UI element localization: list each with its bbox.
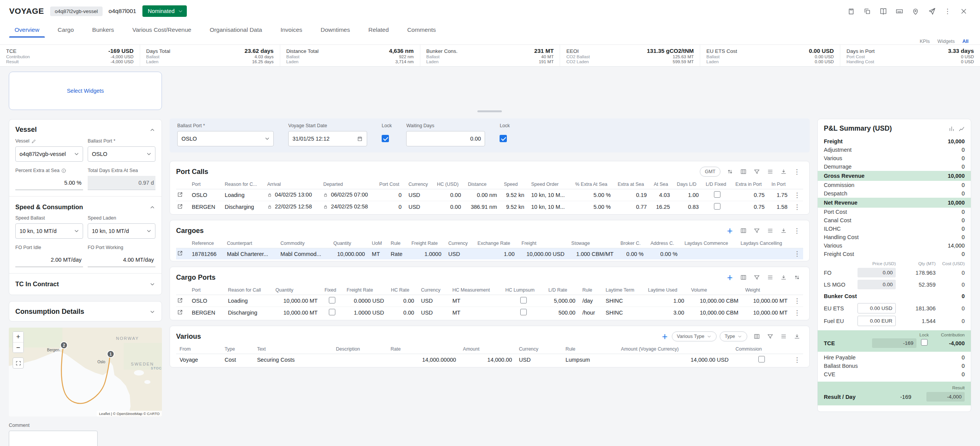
add-cargo-icon[interactable]: + (724, 225, 736, 236)
sort-icon[interactable] (724, 166, 736, 177)
open-row-icon[interactable] (177, 192, 183, 198)
fixed-checkbox[interactable] (329, 297, 335, 303)
speed-ballast-select[interactable]: 10 kn, 10 MT/d (15, 223, 83, 239)
fuel-eu-price-input[interactable]: 0.00 EUR (858, 316, 896, 326)
map-marker-2[interactable]: 2 (60, 342, 67, 349)
columns-icon[interactable] (737, 225, 750, 236)
clipboard-icon[interactable] (844, 4, 858, 18)
speed-laden-select[interactable]: 10 kn, 10 MT/d (88, 223, 155, 239)
waiting-days-input[interactable]: 0.00 (406, 131, 485, 146)
download-icon[interactable] (777, 166, 790, 177)
link-kpis[interactable]: KPIs (920, 39, 929, 44)
row-menu-icon[interactable]: ⋮ (794, 192, 800, 199)
filter-icon[interactable] (764, 331, 776, 342)
tc-in-contract-header[interactable]: TC In Contract (15, 280, 155, 289)
menu-icon[interactable] (764, 225, 776, 236)
tab-overview[interactable]: Overview (5, 22, 49, 38)
fixed-checkbox[interactable] (329, 309, 335, 315)
tab-comments[interactable]: Comments (398, 22, 445, 38)
tab-related[interactable]: Related (359, 22, 398, 38)
row-menu-icon[interactable]: ⋮ (794, 356, 800, 364)
menu-icon[interactable] (764, 166, 776, 177)
resize-handle[interactable] (477, 110, 502, 112)
gmt-toggle[interactable]: GMT (700, 167, 720, 177)
hc-lumpsum-checkbox[interactable] (520, 309, 527, 315)
open-row-icon[interactable] (177, 309, 183, 315)
various-type-filter[interactable]: Various Type (672, 331, 717, 341)
download-icon[interactable] (777, 225, 790, 236)
bar-chart-icon[interactable] (949, 126, 955, 132)
row-menu-icon[interactable]: ⋮ (794, 203, 800, 211)
vessel-section-header[interactable]: Vessel (15, 125, 155, 138)
speed-section-header[interactable]: Speed & Consumption (15, 203, 155, 215)
add-cargo-port-icon[interactable]: + (724, 272, 736, 283)
fullscreen-button[interactable] (13, 357, 24, 369)
tab-cargo[interactable]: Cargo (49, 22, 83, 38)
tab-downtimes[interactable]: Downtimes (312, 22, 359, 38)
vessel-select[interactable]: o4q87l2vgb-vessel (15, 146, 83, 162)
ballast-port-select[interactable]: OSLO (88, 146, 155, 162)
tab-invoices[interactable]: Invoices (271, 22, 312, 38)
start-date-lock-checkbox[interactable] (382, 135, 389, 142)
waiting-days-lock-checkbox[interactable] (500, 135, 507, 142)
form-ballast-port-select[interactable]: OSLO (177, 131, 274, 146)
row-menu-icon[interactable]: ⋮ (794, 309, 800, 316)
tce-input[interactable]: -169 (872, 338, 916, 348)
send-icon[interactable] (924, 4, 939, 18)
add-various-icon[interactable]: + (658, 331, 671, 342)
close-icon[interactable] (956, 4, 971, 18)
status-dropdown[interactable]: Nominated (142, 5, 187, 17)
commission-checkbox[interactable] (758, 356, 765, 362)
row-menu-icon[interactable]: ⋮ (794, 250, 800, 257)
open-row-icon[interactable] (177, 203, 183, 210)
book-icon[interactable] (876, 4, 890, 18)
consumption-details-header[interactable]: Consumption Details (15, 307, 155, 319)
fo-port-working-input[interactable]: 4.00 MT/day (88, 253, 155, 267)
columns-icon[interactable] (737, 166, 750, 177)
reorder-icon[interactable] (791, 272, 803, 283)
download-icon[interactable] (777, 272, 790, 283)
select-widgets-link[interactable]: Select Widgets (67, 88, 104, 94)
open-row-icon[interactable] (177, 250, 183, 256)
filter-icon[interactable] (750, 272, 763, 283)
link-all[interactable]: All (962, 39, 969, 44)
tab-organisational-data[interactable]: Organisational Data (201, 22, 271, 38)
fo-price-input[interactable]: 0.00 (858, 268, 896, 277)
start-date-input[interactable]: 31/01/25 12:12 (288, 131, 367, 146)
hc-lumpsum-checkbox[interactable] (520, 297, 527, 303)
filter-icon[interactable] (750, 225, 763, 236)
copy-icon[interactable] (860, 4, 874, 18)
more-vert-icon[interactable]: ⋮ (940, 4, 955, 18)
lsmgo-price-input[interactable]: 0.00 (858, 280, 896, 289)
map-attribution[interactable]: Leaflet | © OpenStreetMap © CARTO (97, 411, 162, 416)
ld-fixed-checkbox[interactable] (714, 203, 720, 210)
filter-icon[interactable] (750, 166, 763, 177)
fo-port-idle-input[interactable]: 2.00 MT/day (15, 253, 83, 267)
edit-pencil-icon[interactable] (31, 139, 36, 144)
route-map[interactable]: NORWAY SWEDEN STOCKHOLM Oslo Bergen 2 1 … (9, 328, 162, 416)
percent-extra-input[interactable]: 5.00 % (15, 176, 83, 190)
eu-ets-price-input[interactable]: 0.00 USD (858, 303, 896, 313)
tce-lock-checkbox[interactable] (921, 339, 928, 346)
columns-icon[interactable] (737, 272, 750, 283)
row-menu-icon[interactable]: ⋮ (794, 297, 800, 305)
comment-textarea[interactable] (9, 431, 98, 446)
pin-icon[interactable] (908, 4, 923, 18)
columns-icon[interactable] (750, 331, 763, 342)
menu-icon[interactable] (764, 272, 776, 283)
more-vert-icon[interactable]: ⋮ (791, 166, 803, 177)
map-marker-1[interactable]: 1 (107, 351, 114, 357)
zoom-in-button[interactable]: + (13, 332, 23, 342)
type-filter[interactable]: Type (720, 331, 747, 341)
tab-various-cost-revenue[interactable]: Various Cost/Revenue (123, 22, 201, 38)
link-widgets[interactable]: Widgets (938, 39, 955, 44)
more-vert-icon[interactable]: ⋮ (791, 225, 803, 236)
line-chart-icon[interactable] (959, 126, 965, 132)
zoom-out-button[interactable]: − (13, 342, 23, 353)
keyboard-icon[interactable] (892, 4, 906, 18)
ld-fixed-checkbox[interactable] (714, 191, 720, 198)
menu-icon[interactable] (777, 331, 790, 342)
vessel-badge[interactable]: o4q87l2vgb-vessel (50, 7, 103, 16)
download-icon[interactable] (791, 331, 803, 342)
tab-bunkers[interactable]: Bunkers (83, 22, 123, 38)
